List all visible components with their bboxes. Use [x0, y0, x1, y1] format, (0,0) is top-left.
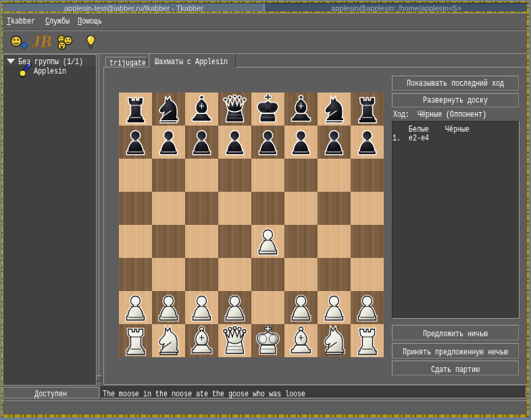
svg-text:JB: JB [31, 32, 51, 51]
